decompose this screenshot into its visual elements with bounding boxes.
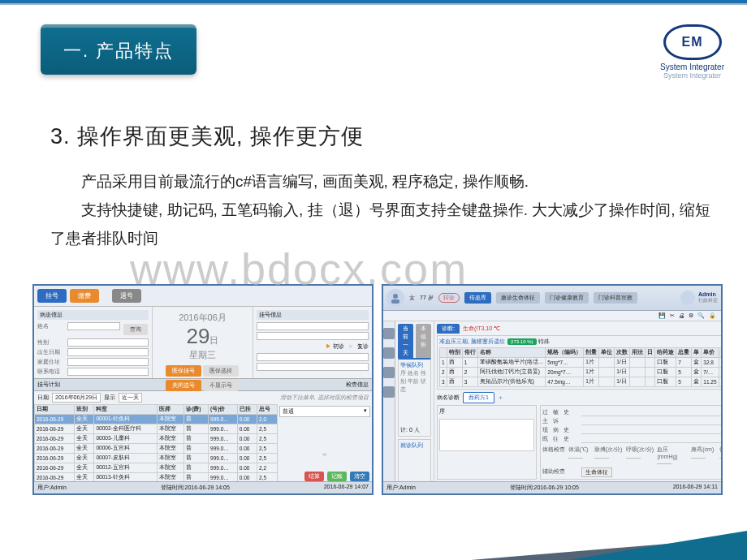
- plus-icon[interactable]: ＋: [498, 394, 503, 402]
- logo-oval: EM: [663, 24, 722, 60]
- done-title: 就诊队列: [400, 442, 429, 450]
- btn-clear[interactable]: 清空: [350, 472, 369, 481]
- patient-gender: 女: [409, 294, 415, 302]
- side-icon-1[interactable]: [383, 328, 395, 339]
- tab-edu[interactable]: 门诊健康教育: [545, 292, 589, 304]
- footer-accent-teal: [568, 531, 747, 560]
- record-fields: 过 敏 史🔍 📋主 诉🔍 📋现 病 史🔍 📋既 往 史🔍 📋体格检查体温(℃)脉…: [540, 405, 723, 480]
- svg-point-0: [393, 294, 398, 299]
- fee-dropdown-icon[interactable]: ▾: [364, 407, 367, 416]
- slide: 一. 产品特点 EM System Integrater System Inte…: [0, 0, 747, 560]
- caret-icon: ▶: [326, 343, 331, 349]
- sub-stripe: [0, 3, 747, 5]
- tab-patient-lib[interactable]: 传患库: [464, 292, 491, 304]
- body-content: 3. 操作界面更美观, 操作更方便 产品采用目前最流行的c#语言编写, 画面美观…: [50, 122, 715, 252]
- tab-today[interactable]: 当前一天: [398, 324, 413, 358]
- print-icon[interactable]: 🖨: [679, 312, 684, 319]
- lbl-gender: 性别: [37, 338, 65, 347]
- s1-toolbar: 挂号 缴费 退号: [34, 286, 372, 307]
- side-icon-3[interactable]: [383, 367, 395, 378]
- badge-referral: 转诊: [438, 293, 460, 303]
- s1-statusbar: 用户:Admin 登陆时间:2016-06-29 14:05 2016-06-2…: [34, 481, 372, 493]
- screenshot-doctor-station: 女 77 岁 转诊 传患库 急诊生命体征 门诊健康教育 门诊科普宣教 Admin…: [382, 284, 723, 495]
- diag-sub: 特殊: [538, 338, 550, 344]
- s1-patient-header: 病患信息: [37, 310, 149, 320]
- side-icon-2[interactable]: [383, 347, 395, 359]
- headline: 3. 操作界面更美观, 操作更方便: [50, 122, 715, 151]
- s2-user: 用户:Admin: [386, 484, 416, 492]
- admin-avatar-icon: [680, 291, 695, 305]
- s1-date-block: 2016年06月 29日 星期三 医保挂号医保选择 关闭选号不显示号: [153, 307, 254, 378]
- avatar-icon: [386, 289, 404, 307]
- input-name[interactable]: [67, 322, 120, 330]
- diag-code: (I73.10 %): [507, 338, 537, 345]
- btn-register[interactable]: 挂号: [37, 289, 67, 303]
- btn-record[interactable]: 记账: [327, 472, 347, 481]
- date-day-suffix: 日: [209, 335, 218, 345]
- input-birth[interactable]: [67, 348, 149, 356]
- lbl-tel: 联系电话: [37, 368, 65, 376]
- save-icon[interactable]: 💾: [658, 312, 666, 319]
- logo-subcaption: System Integrater: [660, 71, 724, 80]
- tab-pub[interactable]: 门诊科普宣教: [594, 292, 637, 304]
- wait-count: 0 人: [409, 427, 420, 433]
- btn-medins-reg[interactable]: 医保挂号: [166, 365, 201, 377]
- rx-table: 特别俗行名称规格（编码）剂量单位次数用法日给药途总量单单价计费备1西1苯磺酸氨氯…: [439, 347, 723, 387]
- opt-first[interactable]: 初诊: [333, 343, 344, 349]
- input-addr[interactable]: [67, 358, 149, 366]
- diag-title: 准血压三期, 脑梗塞后遗症: [439, 338, 505, 344]
- lbl-birth: 出生日期: [37, 348, 65, 356]
- fee-total-label: 普通: [283, 407, 294, 416]
- rx-tab-1[interactable]: 西药方1: [463, 392, 494, 403]
- screenshot-registration: 挂号 缴费 退号 病患信息 姓名查询 性别 出生日期 家庭住址 联系电话 201…: [32, 284, 374, 495]
- tab-duty[interactable]: 本值班: [416, 324, 431, 358]
- paragraph-1: 产品采用目前最流行的c#语言编写, 画面美观, 程序稳定, 操作顺畅.: [50, 167, 715, 196]
- val-show[interactable]: 近一天: [119, 393, 142, 403]
- tab-vital[interactable]: 急诊生命体征: [496, 292, 540, 304]
- reg-field-2[interactable]: [257, 332, 369, 340]
- fee-row-2[interactable]: [279, 429, 370, 437]
- logo-block: EM System Integrater System Integrater: [660, 24, 724, 80]
- reg-field-4[interactable]: [257, 363, 369, 371]
- screenshots-row: 挂号 缴费 退号 病患信息 姓名查询 性别 出生日期 家庭住址 联系电话 201…: [32, 284, 723, 495]
- scissors-icon[interactable]: ✂: [670, 312, 675, 319]
- lock-icon[interactable]: 🔒: [709, 312, 716, 319]
- input-tel[interactable]: [67, 368, 149, 376]
- fee-title: 检查信息: [346, 381, 369, 389]
- opt-return[interactable]: 复诊: [357, 343, 369, 349]
- fee-row-3[interactable]: [279, 438, 370, 446]
- btn-lookup[interactable]: 查询: [123, 324, 148, 335]
- s2-statusbar: 用户:Admin 登陆时间:2016-06-29 10:05 2016-06-2…: [383, 481, 721, 493]
- lbl-name: 姓名: [37, 322, 65, 337]
- btn-close-num[interactable]: 关闭选号: [166, 380, 201, 391]
- reg-field-1[interactable]: [257, 322, 369, 330]
- tab-diag[interactable]: 诊断:: [437, 324, 460, 334]
- wait-cols: 序 姓名 性别 年龄 状态: [400, 369, 429, 394]
- s1-patient-panel: 病患信息 姓名查询 性别 出生日期 家庭住址 联系电话: [34, 307, 153, 378]
- wait-count-label: 计:: [400, 427, 408, 433]
- fee-row-1[interactable]: [279, 419, 370, 427]
- hint-text: 滑动下拉菜单, 选择对应的检查项目: [280, 394, 369, 402]
- gear-icon[interactable]: ⚙: [689, 312, 693, 319]
- btn-settle[interactable]: 结算: [304, 472, 324, 481]
- wait-title: 等候队列: [400, 361, 429, 369]
- plan-title: 挂号计划: [37, 381, 60, 389]
- btn-refund[interactable]: 退号: [112, 289, 141, 303]
- s2-login: 登陆时间:2016-06-29 10:05: [510, 484, 579, 492]
- btn-medins-sel[interactable]: 医保选择: [203, 365, 239, 377]
- side-icon-4[interactable]: [383, 386, 395, 398]
- rec-cols: 序: [439, 407, 534, 416]
- s1-user: 用户:Admin: [37, 484, 67, 492]
- s2-sidebar: [383, 321, 395, 484]
- btn-hide-num[interactable]: 不显示号: [203, 380, 239, 391]
- paragraph-2: 支持快捷键, 助记码, 五笔码输入, 挂（退）号界面支持全键盘操作. 大大减少了…: [50, 196, 715, 252]
- btn-pay[interactable]: 缴费: [70, 289, 99, 303]
- input-gender[interactable]: [67, 338, 149, 347]
- s1-reg-panel: 挂号信息 ▶ 初诊 ○ 复诊: [253, 307, 372, 378]
- rec-list-box: [439, 419, 534, 451]
- search-icon[interactable]: 🔍: [697, 312, 705, 319]
- val-date[interactable]: 2016年06月29日: [52, 393, 101, 403]
- s1-reg-header: 挂号信息: [259, 311, 282, 319]
- s2-header: 女 77 岁 转诊 传患库 急诊生命体征 门诊健康教育 门诊科普宣教 Admin…: [383, 286, 721, 311]
- reg-field-3[interactable]: [257, 353, 369, 361]
